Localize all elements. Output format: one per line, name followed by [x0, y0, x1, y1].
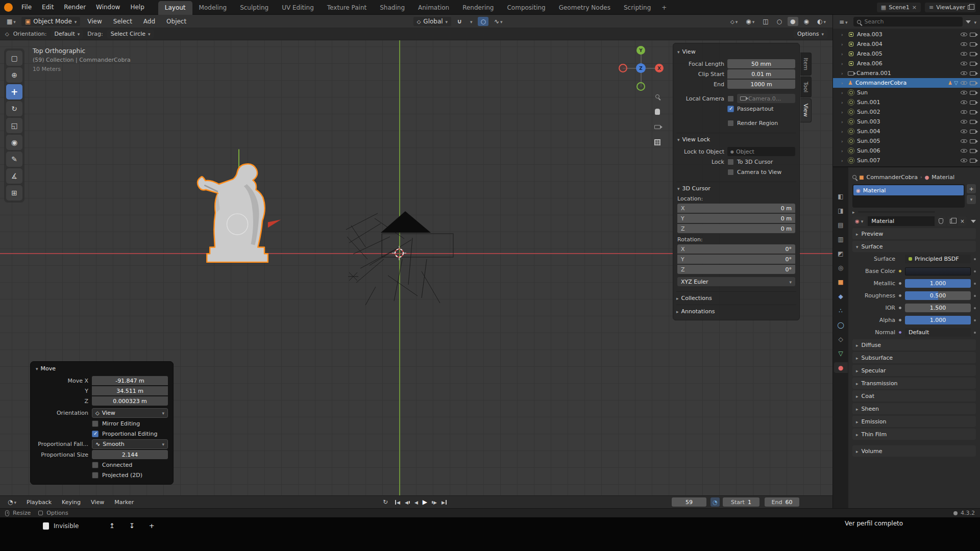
decorator-dot[interactable]: [974, 307, 976, 309]
properties-tab-material[interactable]: [834, 362, 848, 373]
surface-section-header[interactable]: Surface: [852, 241, 976, 252]
section-subsurface[interactable]: Subsurface: [852, 352, 976, 363]
ior-slider[interactable]: 1.500: [905, 304, 971, 312]
properties-tab-output[interactable]: [834, 219, 848, 230]
outliner-row[interactable]: ›Camera.001: [833, 68, 980, 78]
render-visibility-icon[interactable]: [970, 62, 976, 66]
hide-eye-icon[interactable]: [961, 60, 967, 67]
outliner-row[interactable]: ›Sun.007: [833, 156, 980, 165]
properties-tab-particles[interactable]: [834, 305, 848, 316]
proportional-editing-toggle[interactable]: [478, 17, 488, 26]
toggle-xray-button[interactable]: [760, 17, 771, 26]
menu-edit[interactable]: Edit: [37, 2, 58, 12]
workspace-tab-sculpting[interactable]: Sculpting: [233, 1, 275, 15]
alpha-slider[interactable]: 1.000: [905, 316, 971, 324]
hide-eye-icon[interactable]: [961, 128, 967, 135]
menu-help[interactable]: Help: [126, 2, 149, 12]
menu-file[interactable]: File: [17, 2, 36, 12]
scene-selector[interactable]: Scene1: [877, 3, 921, 12]
workspace-tab-modeling[interactable]: Modeling: [192, 1, 234, 15]
hide-eye-icon[interactable]: [961, 80, 967, 86]
arrow-down-icon[interactable]: ↧: [129, 522, 135, 530]
render-visibility-icon[interactable]: [970, 159, 976, 163]
blender-logo-icon[interactable]: [4, 3, 13, 12]
arrow-up-icon[interactable]: ↥: [109, 522, 115, 530]
rotation-mode-dropdown[interactable]: XYZ Euler: [677, 277, 795, 286]
render-visibility-icon[interactable]: [970, 71, 976, 76]
render-visibility-icon[interactable]: [970, 81, 976, 85]
hide-eye-icon[interactable]: [961, 41, 967, 47]
decorator-dot[interactable]: [974, 258, 976, 260]
menu-keying[interactable]: Keying: [59, 498, 83, 507]
hide-eye-icon[interactable]: [961, 99, 967, 106]
filter-icon[interactable]: [966, 20, 971, 23]
render-visibility-icon[interactable]: [970, 101, 976, 105]
fake-user-shield-icon[interactable]: [937, 216, 945, 226]
outliner-search[interactable]: [853, 17, 963, 27]
transform-orientation-dropdown[interactable]: Global: [413, 17, 452, 26]
view-lock-section-header[interactable]: View Lock: [677, 135, 795, 146]
section-sheen[interactable]: Sheen: [852, 403, 976, 414]
material-slot-list[interactable]: Material: [852, 184, 965, 208]
outliner-row[interactable]: ›Sun.005: [833, 136, 980, 146]
shading-wireframe-button[interactable]: [774, 17, 785, 26]
gizmo-y-neg-axis[interactable]: [636, 82, 645, 91]
add-workspace-button[interactable]: +: [657, 1, 671, 15]
lock-to-object-field[interactable]: Object: [727, 147, 795, 156]
play-button[interactable]: [423, 498, 427, 506]
to-3d-cursor-checkbox[interactable]: [727, 159, 734, 165]
camera-view-icon[interactable]: [652, 122, 663, 132]
falloff-dropdown[interactable]: Smooth: [92, 439, 168, 449]
outliner-row[interactable]: ›Area.006: [833, 59, 980, 68]
hide-eye-icon[interactable]: [961, 51, 967, 57]
cursor-rotation-z-field[interactable]: Z0°: [677, 265, 795, 274]
preview-range-toggle[interactable]: [710, 497, 720, 507]
properties-tab-physics[interactable]: [834, 319, 848, 330]
outliner-row[interactable]: ›Sun.003: [833, 117, 980, 127]
sidebar-tab-item[interactable]: Item: [800, 53, 812, 76]
cursor-tool[interactable]: [6, 67, 22, 83]
focal-length-field[interactable]: 50 mm: [727, 59, 795, 68]
shading-solid-button[interactable]: [788, 17, 798, 26]
outliner-row-active[interactable]: ›CommanderCobra▽: [833, 78, 980, 88]
proportional-size-field[interactable]: 2.144: [92, 450, 168, 459]
render-visibility-icon[interactable]: [970, 110, 976, 114]
metallic-slider[interactable]: 1.000: [905, 279, 971, 288]
new-view-layer-icon[interactable]: [968, 5, 972, 10]
render-region-checkbox[interactable]: [727, 120, 734, 127]
copy-material-icon[interactable]: [947, 216, 956, 226]
properties-tab-scene[interactable]: [834, 248, 848, 259]
move-orientation-dropdown[interactable]: View: [92, 408, 168, 418]
hide-eye-icon[interactable]: [961, 89, 967, 96]
workspace-tab-shading[interactable]: Shading: [373, 1, 411, 15]
snapping-dropdown[interactable]: [468, 17, 475, 26]
toggle-ortho-grid-icon[interactable]: [652, 137, 663, 147]
mode-dropdown[interactable]: Object Mode: [21, 17, 80, 26]
clip-start-field[interactable]: 0.01 m: [727, 69, 795, 79]
show-gizmos-dropdown[interactable]: [728, 17, 740, 26]
menu-playback[interactable]: Playback: [24, 498, 54, 507]
section-diffuse[interactable]: Diffuse: [852, 339, 976, 350]
move-tool[interactable]: [6, 84, 22, 99]
surface-shader-dropdown[interactable]: Principled BSDF: [905, 255, 971, 263]
shading-material-button[interactable]: [801, 17, 812, 26]
select-box-tool[interactable]: [6, 51, 22, 66]
hide-eye-icon[interactable]: [961, 147, 967, 154]
view-layer-selector[interactable]: ViewLayer: [925, 3, 976, 12]
proportional-editing-checkbox[interactable]: [92, 431, 99, 437]
tool-options-dropdown[interactable]: Options: [794, 30, 827, 38]
plus-icon[interactable]: +: [149, 522, 155, 530]
workspace-tab-uv-editing[interactable]: UV Editing: [275, 1, 321, 15]
render-visibility-icon[interactable]: [970, 42, 976, 46]
default-orientation-dropdown[interactable]: Default: [51, 30, 84, 38]
camera-to-view-checkbox[interactable]: [727, 169, 734, 176]
local-camera-field[interactable]: Camera.0...: [737, 94, 795, 103]
render-visibility-icon[interactable]: [970, 139, 976, 143]
move-panel-header[interactable]: Move: [36, 365, 168, 375]
workspace-tab-geometry-nodes[interactable]: Geometry Nodes: [552, 1, 617, 15]
menu-object[interactable]: Object: [162, 17, 190, 26]
hide-eye-icon[interactable]: [961, 118, 967, 125]
properties-tab-tool[interactable]: [834, 191, 848, 202]
drag-mode-dropdown[interactable]: Select Circle: [107, 30, 154, 38]
material-specials-button[interactable]: [967, 195, 976, 204]
